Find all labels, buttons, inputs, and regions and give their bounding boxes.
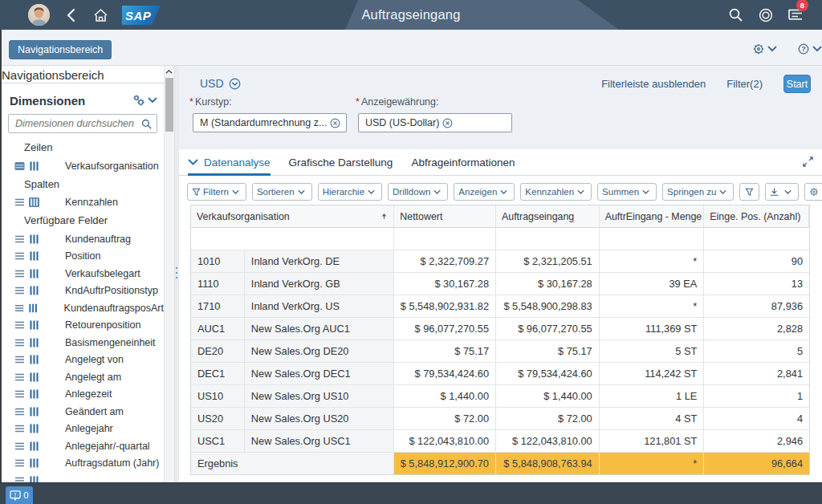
tab-grafische-darstellung[interactable]: Grafische Darstellung	[289, 156, 393, 169]
fullscreen-icon[interactable]	[803, 156, 813, 169]
dimension-item[interactable]: Verkaufsorganisation	[0, 157, 164, 175]
data-table: VerkaufsorganisationNettowertAuftragsein…	[190, 205, 810, 475]
table-row[interactable]: 1110Inland VerkOrg. GB$ 30,167.28$ 30,16…	[191, 273, 809, 295]
user-avatar[interactable]	[28, 4, 50, 26]
dimension-item[interactable]: Position	[0, 248, 164, 266]
dimension-item[interactable]: Anlegezeit	[0, 386, 164, 404]
start-button[interactable]: Start	[783, 75, 811, 93]
columns-icon	[29, 355, 39, 364]
rows-icon	[14, 234, 25, 244]
dimension-item[interactable]: Kennzahlen	[0, 194, 164, 212]
scrollbar-up-arrow[interactable]	[164, 66, 174, 78]
clear-token-icon[interactable]	[442, 118, 453, 128]
search-icon[interactable]	[141, 119, 152, 129]
copilot-icon[interactable]	[758, 6, 774, 23]
table-row[interactable]: DE20New Sales.Org DE20$ 75.17$ 75.175 ST…	[191, 340, 809, 363]
chevron-down-icon	[298, 189, 307, 195]
dimension-item[interactable]: Geändert am	[0, 403, 164, 421]
dimension-item[interactable]: Basismengeneinheit	[0, 334, 164, 352]
dimension-item[interactable]: KundenauftragsposArt	[0, 299, 164, 317]
collapse-circle-icon[interactable]	[229, 78, 241, 90]
dimension-search-input[interactable]	[15, 118, 141, 129]
kurstyp-label: *Kurstyp:	[189, 96, 232, 108]
tab-datenanalyse[interactable]: Datenanalyse	[188, 149, 271, 176]
columns-icon	[29, 441, 39, 451]
table-row[interactable]: US20New Sales.Org US20$ 72.00$ 72.004 ST…	[191, 408, 809, 430]
columns-icon	[29, 269, 39, 278]
gears-icon[interactable]	[132, 95, 145, 106]
rows-icon	[14, 355, 25, 364]
home-icon[interactable]	[92, 6, 108, 23]
toolbar-button-summen[interactable]: Summen	[597, 183, 657, 201]
table-row[interactable]: 1710Inland VerkOrg. US$ 5,548,902,931.82…	[191, 295, 809, 318]
toolbar-export-button[interactable]	[765, 183, 799, 201]
dimension-item[interactable]: Auftragsdatum (Jahr)	[0, 455, 164, 473]
table-result-row[interactable]: Ergebnis$ 5,848,912,900.70$ 5,848,908,76…	[191, 453, 809, 475]
filter-icon	[745, 188, 754, 197]
table-row[interactable]: USC1New Sales.Org USC1$ 122,043,810.00$ …	[191, 430, 809, 453]
column-header[interactable]: AuftrEingang - Menge	[600, 205, 705, 227]
sort-ascending-icon	[380, 213, 388, 220]
currency-value: USD	[200, 77, 224, 90]
dimension-item[interactable]: Anlegejahr	[0, 421, 164, 438]
dimension-item[interactable]: Verkaufsbelegart	[0, 265, 164, 282]
hide-filterbar-link[interactable]: Filterleiste ausblenden	[601, 78, 706, 90]
toolbar-settings-button[interactable]	[804, 183, 822, 201]
toolbar-button-hierarchie[interactable]: Hierarchie	[318, 183, 382, 201]
message-icon: !	[10, 490, 21, 501]
messages-button[interactable]: ! 0	[6, 486, 33, 504]
waehrung-input[interactable]: USD (US-Dollar)	[358, 113, 512, 132]
chevron-down-icon	[812, 46, 822, 52]
settings-menu-button[interactable]	[753, 43, 777, 55]
toolbar-button-drilldown[interactable]: Drilldown	[388, 183, 448, 201]
table-toolbar: FilternSortierenHierarchieDrilldownAnzei…	[187, 182, 816, 201]
divider	[0, 83, 164, 83]
tab-abfrageinformationen[interactable]: Abfrageinformationen	[411, 156, 515, 169]
dimension-item[interactable]: Kundenauftrag	[0, 230, 164, 248]
rows-icon	[14, 424, 25, 433]
search-icon[interactable]	[727, 6, 743, 23]
toolbar-button-kennzahlen[interactable]: Kennzahlen	[520, 183, 592, 201]
column-header[interactable]: Verkaufsorganisation	[191, 205, 394, 227]
toolbar-button-filtern[interactable]: Filtern	[187, 183, 246, 201]
table-row[interactable]: US10New Sales.Org US10$ 1,440.00$ 1,440.…	[191, 385, 809, 408]
rows-icon	[14, 303, 24, 313]
column-header[interactable]: Auftragseingang	[496, 205, 600, 227]
toolbar-filter-icon-button[interactable]	[739, 183, 759, 201]
tab-bar: Datenanalyse Grafische Darstellung Abfra…	[179, 149, 822, 176]
navigation-panel-button[interactable]: Navigationsbereich	[9, 40, 112, 59]
table-row[interactable]: DEC1New Sales.Org DEC1$ 79,534,424.60$ 7…	[191, 363, 809, 385]
toolbar-button-springen-zu[interactable]: Springen zu	[662, 183, 734, 201]
gear-icon	[809, 187, 819, 197]
chevron-down-icon[interactable]	[148, 97, 157, 104]
dimensions-header: Dimensionen	[10, 91, 157, 110]
currency-dropdown[interactable]: USD	[200, 77, 241, 90]
back-button[interactable]	[64, 6, 77, 23]
rows-icon	[14, 476, 25, 482]
dimension-item[interactable]: KndAuftrPositionstyp	[0, 282, 164, 300]
dimension-item[interactable]	[0, 472, 164, 482]
dimension-item[interactable]: Retourenposition	[0, 317, 164, 335]
column-header[interactable]: Nettowert	[394, 205, 496, 227]
dimension-item[interactable]: Angelegt von	[0, 352, 164, 369]
columns-icon	[29, 407, 39, 417]
collapse-chevron-icon[interactable]	[188, 159, 198, 166]
dimension-search-field[interactable]	[8, 114, 157, 133]
download-icon	[770, 188, 779, 197]
dimension-item[interactable]: Anlegejahr/-quartal	[0, 437, 164, 455]
rows-icon	[14, 161, 25, 171]
table-row[interactable]: 1010Inland VerkOrg. DE$ 2,322,709.27$ 2,…	[191, 250, 809, 273]
toolbar-button-sortieren[interactable]: Sortieren	[252, 183, 312, 201]
help-menu-button[interactable]: ?	[798, 43, 822, 55]
clear-token-icon[interactable]	[330, 118, 340, 128]
filter-count-link[interactable]: Filter(2)	[726, 78, 763, 90]
scrollbar-thumb[interactable]	[165, 78, 173, 132]
table-row[interactable]: AUC1New Sales.Org AUC1$ 96,077,270.55$ 9…	[191, 318, 809, 340]
columns-icon	[29, 234, 39, 244]
dimension-item[interactable]: Angelegt am	[0, 368, 164, 386]
column-header[interactable]: Einge. Pos. (Anzahl)	[704, 205, 809, 227]
kurstyp-input[interactable]: M (Standardumrechnung z...	[193, 113, 347, 132]
rows-icon	[14, 441, 25, 451]
toolbar-button-anzeigen[interactable]: Anzeigen	[454, 183, 515, 201]
rows-icon	[14, 269, 25, 278]
